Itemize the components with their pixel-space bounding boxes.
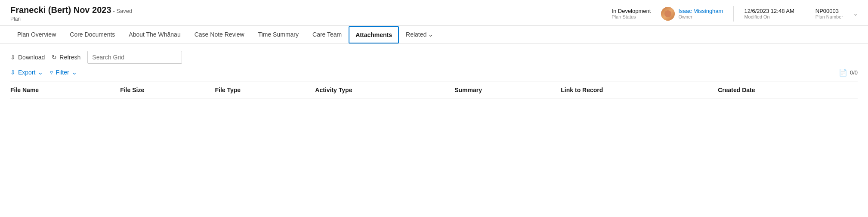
attachments-table: File Name File Size File Type Activity T… (10, 81, 858, 99)
header-right: In Development Plan Status Isaac Missing… (612, 6, 858, 22)
export-icon: ⇩ (10, 69, 15, 76)
toolbar: ⇩ Download ↻ Refresh ⇩ Export ⌄ ▿ Filter… (0, 44, 868, 81)
plan-status-group: In Development Plan Status (612, 8, 651, 19)
col-file-type: File Type (215, 81, 315, 99)
owner-group: Isaac Missingham Owner (661, 7, 723, 21)
record-count-icon: 📄 (839, 68, 847, 77)
download-button[interactable]: ⇩ Download (10, 52, 45, 62)
plan-number-group: NP00003 Plan Number (815, 8, 843, 19)
header-subtitle: Plan (10, 16, 132, 22)
export-button[interactable]: ⇩ Export ⌄ (10, 67, 43, 78)
header-chevron-icon[interactable]: ⌄ (853, 11, 858, 17)
col-file-size: File Size (120, 81, 215, 99)
related-chevron-icon: ⌄ (428, 31, 433, 38)
col-activity-type: Activity Type (315, 81, 454, 99)
export-chevron-icon: ⌄ (38, 69, 43, 76)
page-header: Franecki (Bert) Nov 2023 - Saved Plan In… (0, 0, 868, 26)
filter-button[interactable]: ▿ Filter ⌄ (50, 67, 77, 78)
page-title: Franecki (Bert) Nov 2023 - Saved (10, 5, 132, 15)
modified-date-group: 12/6/2023 12:48 AM Modified On (744, 8, 794, 19)
related-label: Related (406, 31, 426, 38)
nav-item-plan-overview[interactable]: Plan Overview (10, 26, 63, 44)
col-link-to-record: Link to Record (561, 81, 718, 99)
toolbar-row2-left: ⇩ Export ⌄ ▿ Filter ⌄ (10, 67, 77, 78)
toolbar-row2: ⇩ Export ⌄ ▿ Filter ⌄ 📄 0/0 (10, 67, 858, 78)
record-count: 📄 0/0 (839, 68, 858, 77)
toolbar-row1: ⇩ Download ↻ Refresh (10, 51, 858, 64)
attachments-table-container: File Name File Size File Type Activity T… (0, 81, 868, 99)
refresh-button[interactable]: ↻ Refresh (52, 52, 80, 62)
search-input[interactable] (87, 51, 182, 64)
owner-info: Isaac Missingham Owner (678, 8, 723, 19)
nav-item-about-the-whanau[interactable]: About The Whānau (122, 26, 187, 44)
download-icon: ⇩ (10, 54, 15, 61)
nav-item-care-team[interactable]: Care Team (306, 26, 349, 44)
header-divider-2 (805, 6, 805, 22)
nav-item-related[interactable]: Related ⌄ (399, 26, 440, 44)
col-file-name: File Name (10, 81, 120, 99)
header-divider-1 (733, 6, 734, 22)
table-header: File Name File Size File Type Activity T… (10, 81, 858, 99)
refresh-icon: ↻ (52, 54, 57, 61)
nav-item-case-note-review[interactable]: Case Note Review (188, 26, 251, 44)
nav-item-time-summary[interactable]: Time Summary (251, 26, 306, 44)
nav-item-core-documents[interactable]: Core Documents (63, 26, 122, 44)
col-summary: Summary (454, 81, 561, 99)
header-left: Franecki (Bert) Nov 2023 - Saved Plan (10, 5, 132, 22)
filter-chevron-icon: ⌄ (72, 69, 77, 76)
filter-icon: ▿ (50, 69, 53, 76)
col-created-date: Created Date (718, 81, 858, 99)
navigation: Plan Overview Core Documents About The W… (0, 26, 868, 44)
nav-item-attachments[interactable]: Attachments (349, 26, 399, 43)
avatar (661, 7, 675, 21)
